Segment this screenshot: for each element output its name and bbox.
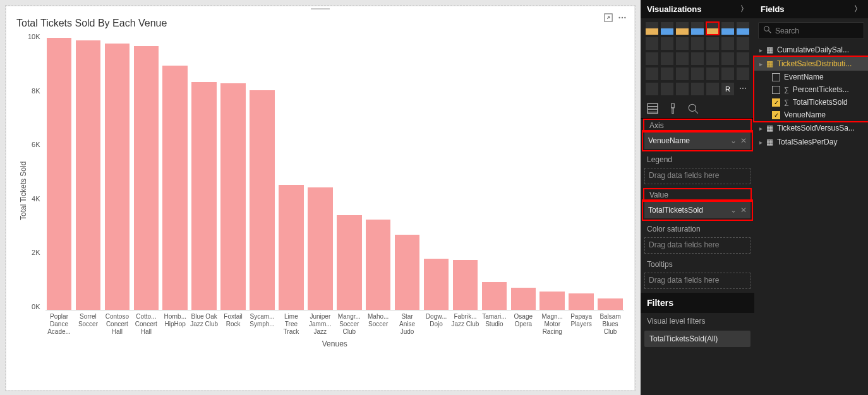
- viz-type-icon[interactable]: [737, 52, 749, 65]
- viz-type-icon[interactable]: [661, 52, 673, 65]
- format-tab-icon[interactable]: [667, 103, 678, 114]
- x-tick-label: Balsam Blues Club: [596, 313, 624, 336]
- viz-type-icon[interactable]: [691, 83, 704, 95]
- viz-type-icon[interactable]: [737, 68, 749, 80]
- viz-type-icon[interactable]: [737, 22, 749, 35]
- viz-type-icon[interactable]: [721, 68, 734, 80]
- visualizations-panel[interactable]: Visualizations 〉 R⋯ Axis VenueName ⌄✕ Le…: [641, 0, 754, 395]
- viz-type-icon[interactable]: [646, 22, 658, 35]
- chevron-down-icon[interactable]: ⌄: [730, 206, 737, 215]
- y-axis-ticks: 10K 8K 6K 4K 2K 0K: [28, 33, 45, 310]
- viz-type-icon[interactable]: [706, 52, 719, 65]
- chart-visual[interactable]: Total Tickets Sold By Each Venue Total T…: [6, 6, 634, 390]
- viz-type-icon[interactable]: [676, 83, 689, 95]
- bar[interactable]: [220, 83, 246, 310]
- bar[interactable]: [162, 66, 188, 310]
- bar[interactable]: [569, 293, 594, 310]
- table-item-active[interactable]: ▸▦TicketSalesDistributi...: [754, 57, 868, 71]
- table-icon: ▦: [766, 124, 773, 133]
- table-item[interactable]: ▸▦TicketsSoldVersusSa...: [754, 121, 868, 135]
- value-field-well[interactable]: TotalTicketsSold ⌄✕: [644, 202, 750, 218]
- bar[interactable]: [250, 90, 275, 310]
- viz-type-icon[interactable]: [646, 52, 658, 65]
- viz-type-icon[interactable]: [691, 37, 704, 50]
- chevron-right-icon[interactable]: 〉: [854, 4, 862, 15]
- viz-type-icon[interactable]: [661, 22, 673, 35]
- focus-mode-icon[interactable]: [604, 13, 613, 22]
- viz-type-icon[interactable]: [646, 83, 658, 95]
- viz-type-icon[interactable]: [691, 22, 704, 35]
- filter-item[interactable]: TotalTicketsSold(All): [644, 331, 750, 347]
- bar[interactable]: [539, 292, 565, 310]
- viz-type-icon[interactable]: [721, 37, 734, 50]
- more-options-icon[interactable]: [618, 13, 627, 22]
- viz-type-icon[interactable]: [676, 37, 689, 50]
- bar[interactable]: [366, 220, 391, 310]
- remove-icon[interactable]: ✕: [740, 206, 747, 215]
- bar[interactable]: [424, 259, 449, 310]
- viz-type-icon[interactable]: [706, 37, 719, 50]
- field-item[interactable]: ✓VenueName: [754, 109, 868, 121]
- viz-type-icon[interactable]: [721, 22, 734, 35]
- viz-type-picker[interactable]: R⋯: [641, 18, 754, 99]
- viz-type-icon[interactable]: [676, 22, 689, 35]
- panel-title-visualizations: Visualizations: [647, 4, 701, 14]
- bar[interactable]: [105, 44, 130, 310]
- axis-field-well[interactable]: VenueName ⌄✕: [644, 133, 750, 149]
- viz-type-icon[interactable]: [691, 52, 704, 65]
- viz-type-icon[interactable]: [661, 68, 673, 80]
- viz-type-icon[interactable]: [676, 68, 689, 80]
- viz-type-icon[interactable]: [661, 83, 673, 95]
- viz-type-icon[interactable]: [706, 68, 719, 80]
- svg-point-1: [618, 17, 620, 18]
- viz-type-icon[interactable]: R: [721, 83, 734, 95]
- search-input[interactable]: Search: [758, 22, 864, 39]
- viz-type-icon[interactable]: [646, 37, 658, 50]
- analytics-tab-icon[interactable]: [687, 103, 699, 114]
- y-axis-title: Total Tickets Sold: [16, 33, 28, 348]
- viz-type-icon[interactable]: [706, 83, 719, 95]
- viz-type-icon[interactable]: [661, 37, 673, 50]
- field-item[interactable]: ∑PercentTickets...: [754, 83, 868, 96]
- bar[interactable]: [453, 260, 478, 310]
- viz-type-icon[interactable]: [691, 68, 704, 80]
- report-canvas[interactable]: Total Tickets Sold By Each Venue Total T…: [0, 0, 641, 395]
- bar[interactable]: [482, 282, 507, 310]
- drag-handle-icon[interactable]: [311, 8, 330, 10]
- field-item[interactable]: EventName: [754, 71, 868, 83]
- bar[interactable]: [308, 187, 333, 310]
- field-item[interactable]: ✓∑TotalTicketsSold: [754, 96, 868, 109]
- viz-type-icon[interactable]: [737, 37, 749, 50]
- tooltips-well-label: Tooltips: [641, 257, 754, 271]
- viz-type-icon[interactable]: [676, 52, 689, 65]
- bar[interactable]: [395, 235, 420, 310]
- tooltips-field-well[interactable]: Drag data fields here: [644, 273, 750, 289]
- remove-icon[interactable]: ✕: [740, 136, 747, 145]
- table-item[interactable]: ▸▦CumulativeDailySal...: [754, 43, 868, 57]
- value-well-label: Value: [649, 191, 745, 199]
- bar[interactable]: [337, 215, 362, 310]
- color-field-well[interactable]: Drag data fields here: [644, 237, 750, 254]
- viz-type-icon[interactable]: [721, 52, 734, 65]
- fields-tab-icon[interactable]: [647, 103, 658, 114]
- chevron-right-icon[interactable]: 〉: [740, 4, 748, 15]
- x-tick-label: Blue Oak Jazz Club: [190, 313, 218, 336]
- x-tick-label: Magn... Motor Racing: [538, 313, 566, 336]
- bar[interactable]: [76, 40, 101, 310]
- x-tick-label: Papaya Players: [567, 313, 595, 336]
- bar[interactable]: [511, 288, 536, 310]
- fields-panel[interactable]: Fields 〉 Search ▸▦CumulativeDailySal... …: [754, 0, 868, 395]
- table-item[interactable]: ▸▦TotalSalesPerDay: [754, 135, 868, 149]
- legend-field-well[interactable]: Drag data fields here: [644, 168, 750, 184]
- panel-title-fields: Fields: [761, 4, 785, 14]
- viz-type-icon[interactable]: [646, 68, 658, 80]
- bar[interactable]: [279, 185, 304, 310]
- bar[interactable]: [134, 46, 159, 310]
- bar[interactable]: [598, 298, 623, 310]
- bar[interactable]: [47, 38, 72, 310]
- x-tick-label: Contoso Concert Hall: [103, 313, 131, 336]
- bar[interactable]: [191, 82, 217, 310]
- chevron-down-icon[interactable]: ⌄: [730, 136, 737, 145]
- viz-type-icon[interactable]: ⋯: [737, 83, 749, 95]
- viz-type-icon[interactable]: [706, 22, 719, 35]
